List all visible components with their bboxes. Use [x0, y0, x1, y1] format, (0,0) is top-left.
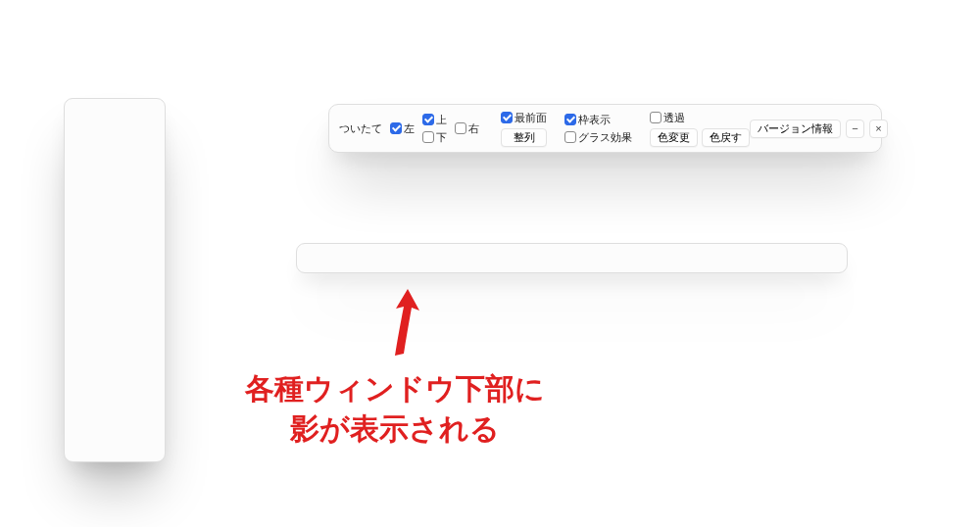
bar-panel	[296, 243, 848, 273]
checkbox-icon	[564, 114, 576, 125]
checkbox-label: 右	[468, 121, 479, 136]
toolbar-main: ついたて 左 上 下 右 最前面 整列	[339, 111, 750, 147]
checkbox-frame[interactable]: 枠表示	[564, 113, 632, 127]
annotation-line2: 影が表示される	[290, 412, 500, 445]
column-topmost: 最前面 整列	[501, 111, 547, 147]
checkbox-label: 最前面	[514, 111, 547, 125]
checkbox-topmost[interactable]: 最前面	[501, 111, 547, 125]
color-buttons: 色変更 色戻す	[650, 128, 750, 147]
checkbox-right[interactable]: 右	[455, 121, 479, 136]
checkbox-up[interactable]: 上	[422, 113, 447, 127]
checkbox-transparent[interactable]: 透過	[650, 111, 750, 125]
checkbox-icon	[564, 131, 576, 143]
checkbox-label: 左	[404, 121, 415, 136]
checkbox-left[interactable]: 左	[390, 121, 415, 136]
align-button[interactable]: 整列	[501, 128, 547, 147]
vertical-pair: 上 下	[422, 113, 447, 145]
version-button[interactable]: バージョン情報	[750, 120, 841, 138]
column-color: 透過 色変更 色戻す	[650, 111, 750, 147]
checkbox-icon	[390, 122, 402, 134]
checkbox-label: 下	[436, 130, 447, 145]
checkbox-down[interactable]: 下	[422, 130, 447, 145]
checkbox-label: 透過	[663, 111, 685, 125]
sidebar-panel	[64, 98, 166, 462]
annotation-line1: 各種ウィンドウ下部に	[245, 372, 545, 405]
checkbox-label: 枠表示	[578, 113, 611, 127]
checkbox-label: グラス効果	[578, 130, 632, 145]
checkbox-label: 上	[436, 113, 447, 127]
annotation-arrow-icon	[392, 281, 431, 358]
checkbox-icon	[501, 112, 513, 123]
close-icon: ×	[875, 123, 881, 134]
annotation-text: 各種ウィンドウ下部に 影が表示される	[245, 368, 545, 450]
toolbar-right: バージョン情報 − ×	[750, 120, 888, 138]
column-frame: 枠表示 グラス効果	[564, 113, 632, 145]
checkbox-glass[interactable]: グラス効果	[564, 130, 632, 145]
app-title: ついたて	[339, 121, 382, 136]
checkbox-icon	[422, 131, 434, 143]
toolbar-panel: ついたて 左 上 下 右 最前面 整列	[328, 104, 882, 153]
close-button[interactable]: ×	[869, 120, 888, 138]
checkbox-icon	[650, 112, 662, 123]
change-color-button[interactable]: 色変更	[650, 128, 698, 147]
checkbox-icon	[455, 122, 466, 134]
minimize-icon: −	[852, 123, 858, 134]
minimize-button[interactable]: −	[846, 120, 864, 138]
checkbox-icon	[422, 114, 434, 125]
reset-color-button[interactable]: 色戻す	[702, 128, 750, 147]
